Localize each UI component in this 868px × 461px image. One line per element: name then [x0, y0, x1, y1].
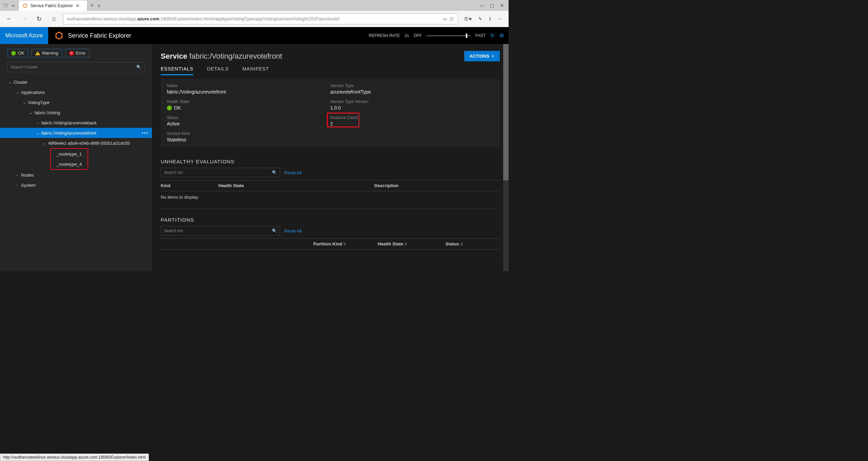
col-health-state[interactable]: Health State: [378, 241, 446, 246]
svg-point-9: [61, 33, 63, 35]
tab-manifest[interactable]: MANIFEST: [242, 66, 269, 75]
more-menu-icon[interactable]: ⋯: [498, 16, 502, 21]
tree-label: System: [21, 183, 36, 188]
reading-view-icon[interactable]: ▭: [443, 16, 447, 21]
tree-node-4[interactable]: _nodetype_4: [51, 159, 87, 169]
search-icon: 🔍: [136, 65, 141, 69]
set-aside-tabs-icon[interactable]: ⇤: [11, 3, 16, 8]
actions-button[interactable]: ACTIONS▼: [464, 51, 500, 61]
search-icon: 🔍: [272, 170, 277, 175]
svg-point-1: [25, 3, 26, 4]
col-status[interactable]: Status: [446, 241, 463, 246]
annotation-nodes-highlight: _nodetype_1 _nodetype_4: [50, 148, 88, 170]
tree-app-voting[interactable]: ⌄fabric:/Voting: [0, 107, 152, 118]
tree-node-1[interactable]: _nodetype_1: [51, 149, 87, 159]
settings-gear-icon[interactable]: ⚙: [499, 33, 504, 39]
new-tab-icon[interactable]: +: [90, 2, 94, 9]
address-input[interactable]: sudhanvatestlinux.westus.cloudapp.azure.…: [63, 14, 458, 24]
brand-logo[interactable]: Microsoft Azure: [0, 27, 48, 44]
refresh-rate-slider[interactable]: [427, 35, 471, 36]
tree-label: Applications: [21, 90, 45, 95]
field-service-kind: Service KindStateless: [167, 131, 330, 142]
browser-chrome: ❐ ⇤ Service Fabric Explorer ✕ + ∨ — ▢ ✕ …: [0, 0, 509, 27]
service-fabric-icon: [54, 31, 64, 40]
favorite-star-icon[interactable]: ☆: [449, 15, 454, 23]
unhealthy-search-input[interactable]: Search list🔍: [161, 168, 280, 177]
content-scrollbar[interactable]: [503, 44, 509, 271]
svg-point-8: [58, 32, 60, 33]
actions-label: ACTIONS: [470, 54, 490, 59]
close-tab-icon[interactable]: ✕: [76, 3, 80, 8]
tree-item-more-icon[interactable]: •••: [142, 131, 149, 136]
tab-chevron-icon[interactable]: ∨: [97, 3, 101, 8]
back-icon[interactable]: ←: [3, 13, 15, 25]
close-window-icon[interactable]: ✕: [500, 3, 504, 8]
scrollbar-thumb[interactable]: [503, 44, 509, 180]
tabs-overview-icon[interactable]: ❐: [3, 3, 8, 8]
svg-point-11: [58, 38, 60, 40]
health-error-label: Error: [76, 51, 86, 56]
url-part-2: :19080/Explorer/index.html#/apptype/Voti…: [159, 16, 339, 21]
tree-service-back[interactable]: ›fabric:/Voting/azurevoteback: [0, 118, 152, 128]
address-bar-row: ← → ↻ ⌂ sudhanvatestlinux.westus.cloudap…: [0, 11, 509, 27]
favorites-hub-icon[interactable]: ☰★: [464, 16, 472, 21]
title-bar-left: ❐ ⇤: [0, 0, 19, 11]
home-icon[interactable]: ⌂: [48, 13, 60, 25]
svg-point-7: [56, 33, 62, 39]
svg-point-12: [56, 36, 57, 38]
slider-thumb[interactable]: [466, 34, 467, 38]
forward-icon[interactable]: →: [18, 13, 30, 25]
window-controls: — ▢ ✕: [475, 0, 509, 11]
svg-point-5: [23, 6, 24, 7]
field-value: Active: [167, 121, 330, 126]
health-warning-button[interactable]: Warning: [32, 49, 62, 57]
col-description[interactable]: Description: [374, 183, 399, 188]
tree-system[interactable]: ›System: [0, 180, 152, 190]
tree-service-front[interactable]: ⌄fabric:/Voting/azurevotefront•••: [0, 128, 152, 138]
health-text: OK: [174, 105, 181, 111]
refresh-icon[interactable]: ↻: [33, 13, 45, 25]
search-placeholder: Search list: [164, 228, 183, 233]
health-error-button[interactable]: ✕Error: [65, 49, 90, 57]
tree-label: fabric:/Voting: [35, 110, 60, 115]
refresh-rate-label: REFRESH RATE: [369, 33, 400, 38]
tree-label: _nodetype_1: [56, 152, 82, 157]
col-health-state[interactable]: Health State: [218, 183, 374, 188]
field-name: Namefabric:/Voting/azurevotefront: [167, 83, 330, 95]
browser-tab[interactable]: Service Fabric Explorer ✕: [19, 0, 87, 11]
health-ok-button[interactable]: ✓OK: [7, 49, 28, 57]
tree-partition[interactable]: ⌄49f9e4e1-a6d4-e54b-888f-05051a31dc55: [0, 138, 152, 148]
notes-icon[interactable]: ✎: [478, 16, 482, 21]
col-partition-kind[interactable]: Partition Kind: [313, 241, 378, 246]
tree-nodes[interactable]: ›Nodes: [0, 170, 152, 180]
tab-strip-actions: + ∨: [87, 0, 104, 11]
tree-applications[interactable]: ⌄Applications: [0, 87, 152, 97]
main-layout: ✓OK Warning ✕Error Search Cluster 🔍 ⌄Clu…: [0, 44, 509, 271]
app-header: Microsoft Azure Service Fabric Explorer …: [0, 27, 509, 44]
partitions-reset-link[interactable]: Reset All: [284, 228, 301, 234]
field-label: Name: [167, 83, 330, 88]
tab-essentials[interactable]: ESSENTIALS: [161, 66, 193, 75]
minimize-icon[interactable]: —: [479, 3, 484, 8]
field-service-type-version: Service Type Version1.0.0: [330, 99, 494, 111]
field-value: azurevotefrontType: [330, 89, 494, 95]
partitions-search-input[interactable]: Search list🔍: [161, 226, 280, 236]
field-value: fabric:/Voting/azurevotefront: [167, 89, 330, 95]
annotation-instance-count-highlight: [327, 113, 359, 127]
col-kind[interactable]: Kind: [161, 183, 218, 188]
search-icon: 🔍: [272, 228, 277, 233]
tree-label: 49f9e4e1-a6d4-e54b-888f-05051a31dc55: [48, 141, 130, 146]
tree-cluster[interactable]: ⌄Cluster: [0, 77, 152, 87]
tab-details[interactable]: DETAILS: [207, 66, 229, 75]
maximize-icon[interactable]: ▢: [490, 3, 494, 8]
refresh-now-icon[interactable]: ↻: [490, 33, 495, 39]
partitions-title: PARTITIONS: [161, 217, 500, 223]
tree-label: fabric:/Voting/azurevotefront: [41, 131, 96, 136]
svg-point-6: [23, 4, 24, 5]
tree-apptype[interactable]: ⌄VotingType: [0, 97, 152, 107]
page-title-service-name: fabric:/Voting/azurevotefront: [189, 52, 282, 61]
field-value: 1.0.0: [330, 105, 494, 111]
share-icon[interactable]: ⇪: [488, 16, 492, 21]
unhealthy-reset-link[interactable]: Reset All: [284, 170, 301, 175]
sidebar-search-input[interactable]: Search Cluster 🔍: [7, 62, 144, 72]
